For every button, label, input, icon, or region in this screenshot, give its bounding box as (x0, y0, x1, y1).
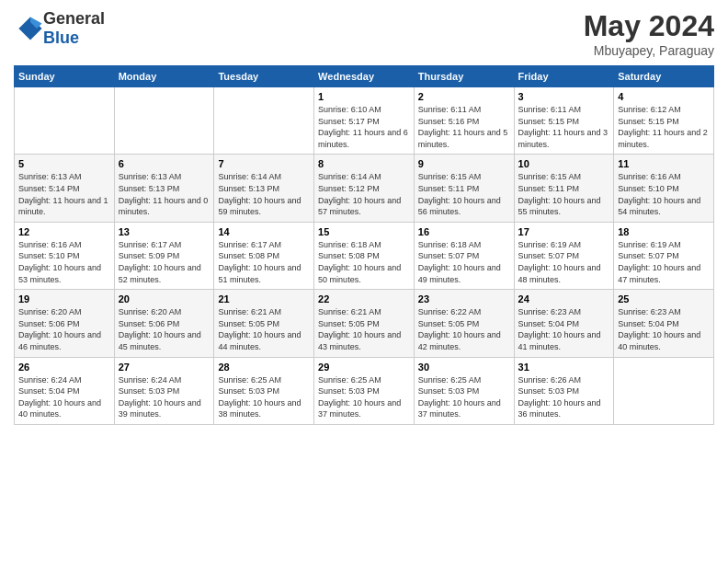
day-info: Sunrise: 6:25 AM Sunset: 5:03 PM Dayligh… (418, 374, 510, 420)
day-number: 31 (518, 362, 610, 373)
logo-icon (17, 16, 43, 41)
day-info: Sunrise: 6:20 AM Sunset: 5:06 PM Dayligh… (119, 306, 210, 352)
calendar-cell: 20Sunrise: 6:20 AM Sunset: 5:06 PM Dayli… (114, 290, 214, 357)
calendar-cell (614, 357, 714, 424)
day-number: 5 (18, 158, 110, 169)
calendar-week-3: 12Sunrise: 6:16 AM Sunset: 5:10 PM Dayli… (15, 222, 714, 289)
day-info: Sunrise: 6:18 AM Sunset: 5:08 PM Dayligh… (318, 239, 410, 285)
day-info: Sunrise: 6:25 AM Sunset: 5:03 PM Dayligh… (218, 374, 310, 420)
day-info: Sunrise: 6:23 AM Sunset: 5:04 PM Dayligh… (618, 306, 710, 352)
calendar-cell (214, 87, 314, 155)
day-number: 8 (318, 158, 410, 169)
day-number: 14 (218, 226, 310, 237)
calendar-cell: 23Sunrise: 6:22 AM Sunset: 5:05 PM Dayli… (414, 290, 514, 357)
calendar-cell: 10Sunrise: 6:15 AM Sunset: 5:11 PM Dayli… (514, 155, 614, 222)
calendar-week-2: 5Sunrise: 6:13 AM Sunset: 5:14 PM Daylig… (15, 155, 714, 222)
day-info: Sunrise: 6:21 AM Sunset: 5:05 PM Dayligh… (218, 306, 310, 352)
calendar-cell: 3Sunrise: 6:11 AM Sunset: 5:15 PM Daylig… (514, 87, 614, 155)
day-number: 28 (218, 362, 310, 373)
weekday-header-monday: Monday (114, 66, 214, 87)
day-number: 11 (618, 158, 710, 169)
day-info: Sunrise: 6:18 AM Sunset: 5:07 PM Dayligh… (418, 239, 510, 285)
calendar-cell: 31Sunrise: 6:26 AM Sunset: 5:03 PM Dayli… (514, 357, 614, 424)
day-number: 24 (518, 293, 610, 304)
calendar-cell: 12Sunrise: 6:16 AM Sunset: 5:10 PM Dayli… (15, 222, 115, 289)
day-info: Sunrise: 6:15 AM Sunset: 5:11 PM Dayligh… (418, 171, 510, 217)
calendar-cell: 9Sunrise: 6:15 AM Sunset: 5:11 PM Daylig… (414, 155, 514, 222)
day-info: Sunrise: 6:16 AM Sunset: 5:10 PM Dayligh… (18, 239, 110, 285)
calendar-week-5: 26Sunrise: 6:24 AM Sunset: 5:04 PM Dayli… (15, 357, 714, 424)
calendar-cell: 4Sunrise: 6:12 AM Sunset: 5:15 PM Daylig… (614, 87, 714, 155)
day-info: Sunrise: 6:17 AM Sunset: 5:08 PM Dayligh… (218, 239, 310, 285)
calendar-cell: 25Sunrise: 6:23 AM Sunset: 5:04 PM Dayli… (614, 290, 714, 357)
calendar-cell: 18Sunrise: 6:19 AM Sunset: 5:07 PM Dayli… (614, 222, 714, 289)
weekday-header-sunday: Sunday (15, 66, 115, 87)
day-info: Sunrise: 6:12 AM Sunset: 5:15 PM Dayligh… (618, 104, 710, 150)
calendar-cell: 15Sunrise: 6:18 AM Sunset: 5:08 PM Dayli… (314, 222, 415, 289)
day-number: 27 (119, 362, 210, 373)
day-number: 2 (418, 91, 510, 102)
day-number: 15 (318, 226, 410, 237)
calendar-cell: 1Sunrise: 6:10 AM Sunset: 5:17 PM Daylig… (314, 87, 415, 155)
day-number: 30 (418, 362, 510, 373)
weekday-header-saturday: Saturday (614, 66, 714, 87)
day-info: Sunrise: 6:21 AM Sunset: 5:05 PM Dayligh… (318, 306, 410, 352)
day-info: Sunrise: 6:20 AM Sunset: 5:06 PM Dayligh… (18, 306, 110, 352)
day-number: 21 (218, 293, 310, 304)
calendar-cell: 22Sunrise: 6:21 AM Sunset: 5:05 PM Dayli… (314, 290, 415, 357)
calendar-week-1: 1Sunrise: 6:10 AM Sunset: 5:17 PM Daylig… (15, 87, 714, 155)
calendar-cell: 13Sunrise: 6:17 AM Sunset: 5:09 PM Dayli… (114, 222, 214, 289)
calendar-cell: 17Sunrise: 6:19 AM Sunset: 5:07 PM Dayli… (514, 222, 614, 289)
calendar-header: SundayMondayTuesdayWednesdayThursdayFrid… (15, 66, 714, 87)
day-number: 17 (518, 226, 610, 237)
calendar-cell: 16Sunrise: 6:18 AM Sunset: 5:07 PM Dayli… (414, 222, 514, 289)
day-info: Sunrise: 6:16 AM Sunset: 5:10 PM Dayligh… (618, 171, 710, 217)
day-number: 25 (618, 293, 710, 304)
day-info: Sunrise: 6:13 AM Sunset: 5:13 PM Dayligh… (119, 171, 210, 217)
calendar-cell: 26Sunrise: 6:24 AM Sunset: 5:04 PM Dayli… (15, 357, 115, 424)
calendar-cell: 29Sunrise: 6:25 AM Sunset: 5:03 PM Dayli… (314, 357, 415, 424)
day-info: Sunrise: 6:10 AM Sunset: 5:17 PM Dayligh… (318, 104, 410, 150)
day-number: 20 (119, 293, 210, 304)
weekday-header-thursday: Thursday (414, 66, 514, 87)
day-number: 9 (418, 158, 510, 169)
day-number: 3 (518, 91, 610, 102)
calendar-cell: 30Sunrise: 6:25 AM Sunset: 5:03 PM Dayli… (414, 357, 514, 424)
weekday-header-friday: Friday (514, 66, 614, 87)
day-info: Sunrise: 6:11 AM Sunset: 5:16 PM Dayligh… (418, 104, 510, 150)
day-number: 26 (18, 362, 110, 373)
day-info: Sunrise: 6:19 AM Sunset: 5:07 PM Dayligh… (518, 239, 610, 285)
day-number: 10 (518, 158, 610, 169)
calendar-cell (15, 87, 115, 155)
weekday-row: SundayMondayTuesdayWednesdayThursdayFrid… (15, 66, 714, 87)
weekday-header-wednesday: Wednesday (314, 66, 415, 87)
calendar-cell: 27Sunrise: 6:24 AM Sunset: 5:03 PM Dayli… (114, 357, 214, 424)
logo: General Blue (14, 9, 105, 48)
day-info: Sunrise: 6:15 AM Sunset: 5:11 PM Dayligh… (518, 171, 610, 217)
calendar-week-4: 19Sunrise: 6:20 AM Sunset: 5:06 PM Dayli… (15, 290, 714, 357)
calendar-cell: 24Sunrise: 6:23 AM Sunset: 5:04 PM Dayli… (514, 290, 614, 357)
day-info: Sunrise: 6:19 AM Sunset: 5:07 PM Dayligh… (618, 239, 710, 285)
month-title: May 2024 (584, 9, 714, 43)
day-number: 16 (418, 226, 510, 237)
day-info: Sunrise: 6:14 AM Sunset: 5:12 PM Dayligh… (318, 171, 410, 217)
calendar-cell: 21Sunrise: 6:21 AM Sunset: 5:05 PM Dayli… (214, 290, 314, 357)
calendar-cell: 14Sunrise: 6:17 AM Sunset: 5:08 PM Dayli… (214, 222, 314, 289)
day-number: 18 (618, 226, 710, 237)
logo-general: General (43, 9, 105, 29)
calendar-cell: 7Sunrise: 6:14 AM Sunset: 5:13 PM Daylig… (214, 155, 314, 222)
calendar-cell: 11Sunrise: 6:16 AM Sunset: 5:10 PM Dayli… (614, 155, 714, 222)
day-info: Sunrise: 6:26 AM Sunset: 5:03 PM Dayligh… (518, 374, 610, 420)
day-number: 12 (18, 226, 110, 237)
title-block: May 2024 Mbuyapey, Paraguay (584, 9, 714, 58)
calendar-cell: 6Sunrise: 6:13 AM Sunset: 5:13 PM Daylig… (114, 155, 214, 222)
calendar-cell: 19Sunrise: 6:20 AM Sunset: 5:06 PM Dayli… (15, 290, 115, 357)
day-info: Sunrise: 6:23 AM Sunset: 5:04 PM Dayligh… (518, 306, 610, 352)
day-number: 22 (318, 293, 410, 304)
weekday-header-tuesday: Tuesday (214, 66, 314, 87)
day-info: Sunrise: 6:24 AM Sunset: 5:03 PM Dayligh… (119, 374, 210, 420)
calendar-cell: 2Sunrise: 6:11 AM Sunset: 5:16 PM Daylig… (414, 87, 514, 155)
location: Mbuyapey, Paraguay (584, 43, 714, 58)
calendar-cell: 8Sunrise: 6:14 AM Sunset: 5:12 PM Daylig… (314, 155, 415, 222)
calendar-body: 1Sunrise: 6:10 AM Sunset: 5:17 PM Daylig… (15, 87, 714, 425)
